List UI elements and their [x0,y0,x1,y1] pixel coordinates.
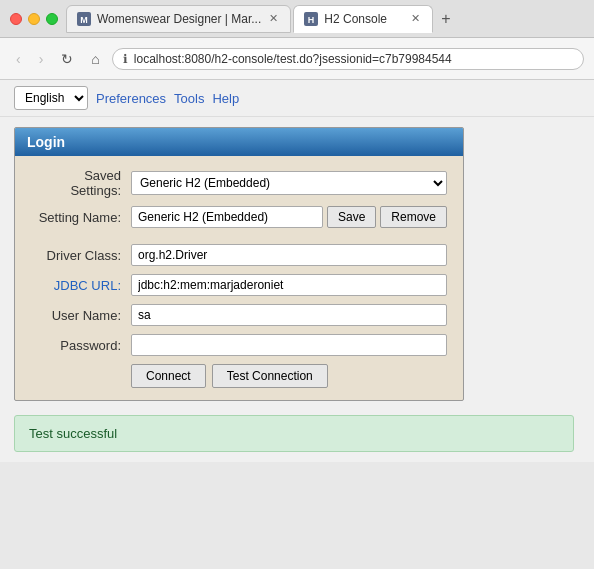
address-text: localhost:8080/h2-console/test.do?jsessi… [134,52,573,66]
maximize-button[interactable] [46,13,58,25]
jdbc-url-input[interactable] [131,274,447,296]
tab-h2console[interactable]: H H2 Console ✕ [293,5,433,33]
tab-favicon-2: H [304,12,318,26]
tabs-bar: M Womenswear Designer | Mar... ✕ H H2 Co… [66,5,584,33]
tab-favicon-1: M [77,12,91,26]
tab-close-2[interactable]: ✕ [409,11,422,26]
login-panel: Login Saved Settings: Generic H2 (Embedd… [14,127,464,401]
language-select[interactable]: English [14,86,88,110]
remove-button[interactable]: Remove [380,206,447,228]
setting-name-row: Setting Name: Save Remove [31,206,447,228]
login-header: Login [15,128,463,156]
traffic-lights [10,13,58,25]
jdbc-url-label[interactable]: JDBC URL: [31,278,131,293]
toolbar: English Preferences Tools Help [0,80,594,117]
close-button[interactable] [10,13,22,25]
spacer-1 [31,236,447,244]
saved-settings-select[interactable]: Generic H2 (Embedded) [131,171,447,195]
driver-class-input[interactable] [131,244,447,266]
setting-name-input[interactable] [131,206,323,228]
setting-name-label: Setting Name: [31,210,131,225]
setting-name-field-group: Save Remove [131,206,447,228]
driver-class-label: Driver Class: [31,248,131,263]
user-name-row: User Name: [31,304,447,326]
action-row: Connect Test Connection [31,364,447,388]
main-content: Login Saved Settings: Generic H2 (Embedd… [0,117,594,462]
saved-settings-label: Saved Settings: [31,168,131,198]
tab-close-1[interactable]: ✕ [267,11,280,26]
password-row: Password: [31,334,447,356]
address-bar[interactable]: ℹ localhost:8080/h2-console/test.do?jses… [112,48,584,70]
tab-womenswear[interactable]: M Womenswear Designer | Mar... ✕ [66,5,291,33]
login-body: Saved Settings: Generic H2 (Embedded) Se… [15,156,463,400]
lock-icon: ℹ [123,52,128,66]
new-tab-button[interactable]: + [435,10,456,28]
svg-text:H: H [308,15,315,25]
saved-settings-row: Saved Settings: Generic H2 (Embedded) [31,168,447,198]
password-input[interactable] [131,334,447,356]
preferences-link[interactable]: Preferences [96,91,166,106]
tab-label-1: Womenswear Designer | Mar... [97,12,261,26]
save-button[interactable]: Save [327,206,376,228]
success-message: Test successful [14,415,574,452]
user-name-input[interactable] [131,304,447,326]
navbar: ‹ › ↻ ⌂ ℹ localhost:8080/h2-console/test… [0,38,594,80]
success-text: Test successful [29,426,117,441]
test-connection-button[interactable]: Test Connection [212,364,328,388]
password-label: Password: [31,338,131,353]
svg-text:M: M [80,15,88,25]
home-button[interactable]: ⌂ [85,47,105,71]
minimize-button[interactable] [28,13,40,25]
forward-button[interactable]: › [33,47,50,71]
help-link[interactable]: Help [212,91,239,106]
titlebar: M Womenswear Designer | Mar... ✕ H H2 Co… [0,0,594,38]
jdbc-url-row: JDBC URL: [31,274,447,296]
driver-class-row: Driver Class: [31,244,447,266]
tools-link[interactable]: Tools [174,91,204,106]
back-button[interactable]: ‹ [10,47,27,71]
reload-button[interactable]: ↻ [55,47,79,71]
connect-button[interactable]: Connect [131,364,206,388]
user-name-label: User Name: [31,308,131,323]
tab-label-2: H2 Console [324,12,387,26]
